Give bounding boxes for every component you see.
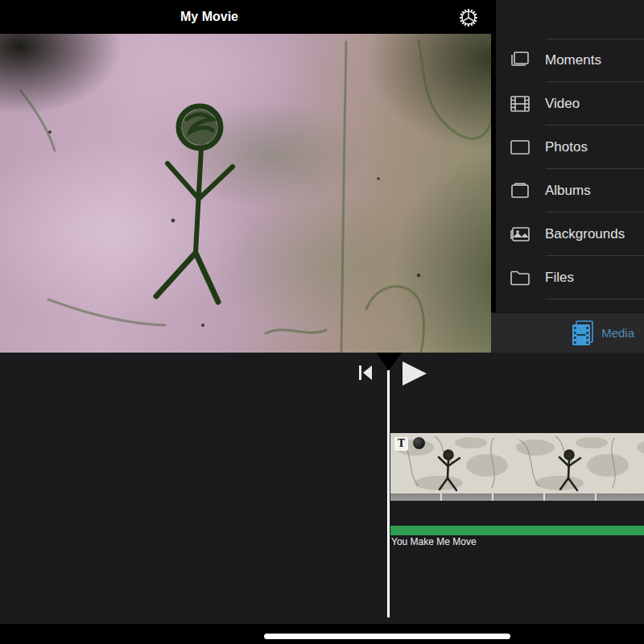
timeline: T You Make Me Move xyxy=(0,353,644,624)
playhead-notch xyxy=(376,353,402,370)
clip-filmstrip xyxy=(390,433,644,493)
gear-icon xyxy=(456,6,481,30)
filter-badge-icon xyxy=(413,437,425,449)
photos-icon xyxy=(509,137,531,158)
media-source-list: Moments Video xyxy=(496,39,644,299)
media-tab-bar: Media xyxy=(491,312,644,353)
skip-to-start-icon xyxy=(357,365,374,381)
tab-media-label: Media xyxy=(601,326,634,340)
media-film-icon xyxy=(572,320,594,346)
video-icon xyxy=(509,93,531,114)
title-badge: T xyxy=(394,437,408,451)
audio-track-bar[interactable] xyxy=(390,526,644,535)
clip-audio-strip xyxy=(390,493,644,501)
sidebar-item-video[interactable]: Video xyxy=(496,82,644,126)
audio-track-label: You Make Me Move xyxy=(391,536,477,547)
settings-button[interactable] xyxy=(456,5,481,31)
sidebar-item-label: Video xyxy=(545,96,580,112)
timeline-video-clip[interactable]: T xyxy=(390,433,644,501)
moments-icon xyxy=(509,50,531,71)
sidebar-item-label: Files xyxy=(545,270,574,286)
project-title: My Movie xyxy=(0,0,419,34)
tab-media[interactable]: Media xyxy=(572,320,634,346)
clip-frame xyxy=(632,433,644,493)
albums-icon xyxy=(509,180,531,201)
playhead[interactable] xyxy=(387,370,390,617)
viewer-title-bar: My Movie xyxy=(0,0,491,34)
sidebar-item-label: Moments xyxy=(545,52,601,68)
preview-frame-art xyxy=(0,34,491,353)
sidebar-item-files[interactable]: Files xyxy=(496,256,644,299)
files-icon xyxy=(509,267,531,288)
stick-figure xyxy=(156,106,233,302)
separator xyxy=(546,299,644,299)
play-icon xyxy=(400,361,427,386)
home-indicator[interactable] xyxy=(264,634,510,639)
play-button[interactable] xyxy=(400,361,427,386)
sidebar-item-label: Photos xyxy=(545,139,588,155)
video-preview xyxy=(0,34,491,353)
backgrounds-icon xyxy=(509,224,531,245)
sidebar-item-albums[interactable]: Albums xyxy=(496,169,644,213)
media-browser-sidebar: Moments Video xyxy=(491,0,644,353)
sidebar-item-photos[interactable]: Photos xyxy=(496,126,644,169)
sidebar-item-moments[interactable]: Moments xyxy=(496,39,644,82)
sidebar-item-backgrounds[interactable]: Backgrounds xyxy=(496,213,644,256)
clip-frame xyxy=(511,433,632,493)
sidebar-item-label: Backgrounds xyxy=(545,226,625,242)
skip-to-start-button[interactable] xyxy=(357,365,374,381)
clip-frame xyxy=(390,433,511,493)
bottom-system-strip xyxy=(0,624,644,644)
imovie-app: My Movie xyxy=(0,0,644,644)
sidebar-item-label: Albums xyxy=(545,183,591,199)
